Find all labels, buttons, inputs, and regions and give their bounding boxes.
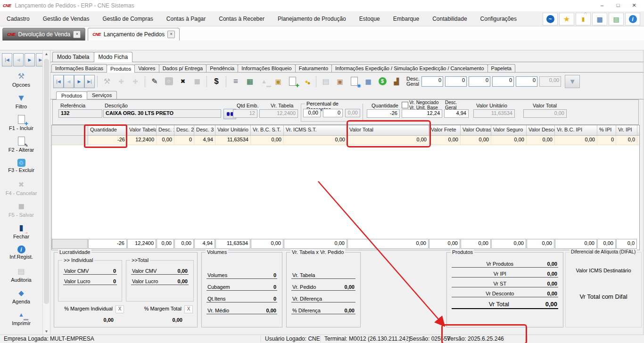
grid-col-vr-icms-s-t[interactable]: Vr. ICMS S.T.: [284, 125, 347, 135]
menu-item-contabilidade[interactable]: Contabilidade: [426, 11, 473, 26]
subtab-servicos[interactable]: Serviços: [87, 91, 117, 99]
monitor-chart-button[interactable]: ▦: [592, 13, 607, 25]
sidebar-item-f3-excluir[interactable]: ♲F3 - Excluir: [0, 155, 42, 177]
sidebar-scrollbar[interactable]: ▲ ▼: [42, 50, 50, 335]
nav-first-button[interactable]: |◀: [2, 53, 12, 66]
favorites-star-button[interactable]: ★: [559, 13, 574, 25]
mode-tab-modo-tabela[interactable]: Modo Tabela: [52, 52, 94, 62]
apply-discount-button[interactable]: ▼: [565, 75, 580, 88]
sidebar-item-f2-alterar[interactable]: ✎F2 - Alterar: [0, 133, 42, 155]
nav-prev-button[interactable]: ◀: [13, 53, 24, 66]
maximize-button[interactable]: □: [610, 0, 626, 10]
sidebar-item-imprimir[interactable]: ▲▬Imprimir: [0, 307, 42, 328]
report-info-button[interactable]: ◉: [347, 75, 361, 88]
sidebar-item-f1-incluir[interactable]: ✚F1 - Incluir: [0, 112, 42, 133]
table-grid-button[interactable]: ▦: [361, 75, 375, 88]
cancel-black-button[interactable]: ✖: [176, 75, 190, 88]
tab-close-icon[interactable]: ×: [73, 31, 81, 38]
grid-col-vr-b-c-ipi[interactable]: Vr. B.C. IPI: [555, 125, 597, 135]
minimize-button[interactable]: –: [594, 0, 610, 10]
tab-close-icon[interactable]: ×: [167, 31, 175, 38]
sidebar-item-opcoes[interactable]: ⚒Opcoes: [0, 68, 42, 90]
edit-pencil-button[interactable]: ✎: [148, 75, 162, 88]
quantidade-field[interactable]: -26: [367, 109, 400, 118]
doc-tab-lancamento-de-pedidos[interactable]: CNELançamento de Pedidos×: [88, 28, 180, 41]
money-circle-button[interactable]: $: [375, 75, 389, 88]
grid-col-valor-frete[interactable]: Valor Frete: [429, 125, 461, 135]
close-button[interactable]: ✕: [626, 0, 642, 10]
grid-col-ipi[interactable]: % IPI: [597, 125, 616, 135]
grid-col-valor-unitario[interactable]: Valor Unitário: [215, 125, 251, 135]
vr-negociado-checkbox[interactable]: [402, 102, 408, 108]
grid-col-quantidade[interactable]: Quantidade: [88, 125, 127, 135]
nav-last-button[interactable]: ▶|: [84, 75, 95, 88]
subtab-produtos[interactable]: Produtos: [56, 91, 87, 99]
sidebar-item-filtro[interactable]: ▼Filtro: [0, 90, 42, 112]
menu-item-contas-a-pagar[interactable]: Contas à Pagar: [160, 11, 212, 26]
menu-item-contas-a-receber[interactable]: Contas à Receber: [212, 11, 271, 26]
grid-col-valor-seguro[interactable]: Valor Seguro: [491, 125, 527, 135]
clipboard-button[interactable]: ▤: [319, 75, 333, 88]
sidebar-item-fechar[interactable]: ▮→Fechar: [0, 220, 42, 242]
nav-next-button[interactable]: ▶: [74, 75, 84, 88]
vr-negociado-field[interactable]: 12,24: [402, 109, 442, 118]
grid-col-desc-1[interactable]: Desc. 1: [157, 125, 174, 135]
desconto1-field[interactable]: 0,00: [303, 109, 321, 117]
margem-individual-x-button[interactable]: X: [116, 305, 124, 313]
nav-first-button[interactable]: |◀: [53, 75, 64, 88]
nav-next-button[interactable]: ▶: [25, 53, 35, 66]
desc-geral-field-3[interactable]: 0: [469, 76, 490, 87]
scroll-down-icon[interactable]: ▼: [43, 328, 50, 335]
scrollbar-thumb[interactable]: [44, 59, 49, 304]
grid-col-valor-outras[interactable]: Valor Outras: [461, 125, 491, 135]
doc-tab-devolucao-de-venda[interactable]: CNEDevolução de Venda×: [2, 28, 85, 41]
excel-button[interactable]: ▦: [243, 75, 257, 88]
coins-button[interactable]: ●: [299, 75, 314, 88]
copy-pages-button[interactable]: ✚: [285, 75, 299, 88]
dollar-button[interactable]: $: [209, 75, 223, 88]
page-tab-pendencia[interactable]: Pendência: [206, 64, 238, 72]
desc-geral-field-5[interactable]: 0: [516, 76, 537, 87]
package-button[interactable]: ▣: [333, 75, 347, 88]
sidebar-item-agenda[interactable]: ◆Agenda: [0, 285, 42, 307]
page-tab-valores[interactable]: Valores: [134, 64, 159, 72]
grid-col-desc-2[interactable]: Desc. 2: [174, 125, 194, 135]
page-tab-informacoes-expedicao-simulacao-expediccao-cancelamento[interactable]: Informações Expedição / Simulação Expedi…: [331, 64, 488, 72]
desconto2-field[interactable]: 0: [323, 109, 343, 117]
grid-col-desc-3[interactable]: Desc. 3: [194, 125, 215, 135]
desc-geral-field-4[interactable]: 0: [492, 76, 514, 87]
menu-item-configuracoes[interactable]: Configurações: [474, 11, 523, 26]
page-tab-produtos[interactable]: Produtos: [107, 65, 135, 73]
page-tab-informacoes-basicas[interactable]: Informações Basicas: [51, 64, 107, 72]
lock-button[interactable]: ▮∩: [576, 13, 591, 25]
factory-button[interactable]: ▟: [389, 75, 404, 88]
nav-prev-button[interactable]: ◀: [64, 75, 74, 88]
grid-col-vr-b-c-s-t[interactable]: Vr. B.C. S.T.: [251, 125, 284, 135]
menu-item-embarque[interactable]: Embarque: [387, 11, 426, 26]
descricao-field[interactable]: CAIXA ORG. 30 LTS PRETO: [103, 109, 221, 118]
page-tab-papeleta[interactable]: Papeleta: [487, 64, 515, 72]
grid-col-valor-desconto[interactable]: Valor Desconto: [527, 125, 555, 135]
sidebar-item-auditoria[interactable]: ▤Auditoria: [0, 263, 42, 285]
grid-col-valor-tabela[interactable]: Valor Tabela: [127, 125, 157, 135]
grid-col-valor-total[interactable]: Valor Total: [347, 125, 429, 135]
grid-data-row[interactable]: -2612,24000,0004,9411,635340,000,000,000…: [52, 136, 639, 145]
mode-tab-modo-ficha[interactable]: Modo Ficha: [94, 52, 133, 62]
sidebar-item-inf-regist[interactable]: iInf.Regist.: [0, 242, 42, 263]
payment-calendar-button[interactable]: ▤: [609, 13, 624, 25]
desc-geral-field-1[interactable]: 0: [421, 76, 443, 87]
desc-geral-form-field[interactable]: 4,94: [444, 109, 469, 118]
referencia-field[interactable]: 132: [58, 109, 102, 118]
world-button[interactable]: ~: [543, 13, 558, 25]
photo-box-button[interactable]: ▣: [271, 75, 285, 88]
menu-item-cadastro[interactable]: Cadastro: [0, 11, 36, 26]
scroll-up-icon[interactable]: ▲: [43, 50, 50, 57]
page-tab-dados-p-entrega[interactable]: Dados p/ Entrega: [159, 64, 207, 72]
info-button[interactable]: i: [625, 13, 640, 25]
grid-col-vr-ipi[interactable]: Vr. IPI: [616, 125, 637, 135]
grid-col-selector[interactable]: [52, 125, 88, 135]
menu-item-gestao-de-vendas[interactable]: Gestão de Vendas: [36, 11, 96, 26]
numbered-list-button[interactable]: ≡: [229, 75, 243, 88]
page-tab-informacoes-bloqueio[interactable]: Informações Bloqueio: [238, 64, 295, 72]
menu-item-gestao-de-compras[interactable]: Gestão de Compras: [96, 11, 159, 26]
